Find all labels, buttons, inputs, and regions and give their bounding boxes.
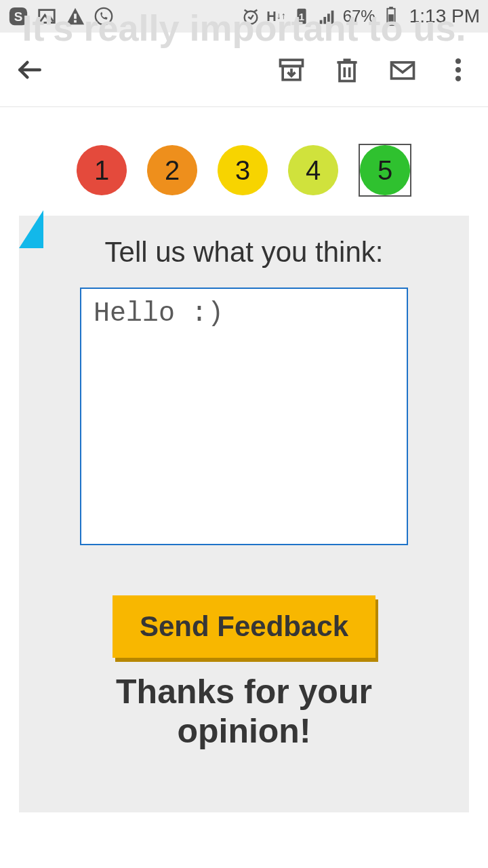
app-toolbar <box>0 33 488 107</box>
warning-icon <box>65 6 85 26</box>
thanks-message: Thanks for your opinion! <box>80 673 408 751</box>
archive-button[interactable] <box>272 51 310 89</box>
battery-percent: 67% <box>343 7 375 26</box>
rating-option-2[interactable]: 2 <box>147 145 197 195</box>
svg-rect-23 <box>340 62 354 81</box>
svg-point-31 <box>455 76 460 81</box>
svg-rect-17 <box>389 7 393 9</box>
card-corner-accent <box>19 210 43 248</box>
sim-icon: 1 <box>291 6 312 26</box>
rating-option-3[interactable]: 3 <box>218 145 268 195</box>
svg-point-30 <box>455 67 460 72</box>
viber-icon <box>94 6 114 26</box>
svg-rect-12 <box>319 20 322 24</box>
rating-option-1[interactable]: 1 <box>77 145 127 195</box>
mail-button[interactable] <box>384 51 422 89</box>
feedback-card: Tell us what you think: Send Feedback Th… <box>19 216 469 812</box>
image-icon <box>37 6 57 26</box>
svg-line-9 <box>254 10 258 12</box>
delete-button[interactable] <box>328 51 366 89</box>
network-label: H <box>266 11 276 22</box>
status-bar: S H↓↑ 1 67% 1:13 PM <box>0 0 488 33</box>
rating-selector: 12345 <box>0 144 488 197</box>
svg-text:S: S <box>14 9 23 24</box>
overflow-menu-button[interactable] <box>439 51 477 89</box>
rating-option-4[interactable]: 4 <box>288 145 338 195</box>
skype-icon: S <box>8 6 28 26</box>
svg-rect-18 <box>388 14 394 24</box>
svg-rect-15 <box>331 11 333 24</box>
rating-option-selected[interactable]: 5 <box>359 144 411 197</box>
feedback-prompt: Tell us what you think: <box>80 236 408 269</box>
svg-rect-13 <box>323 17 326 24</box>
feedback-textarea[interactable] <box>80 288 408 545</box>
svg-point-29 <box>455 58 460 63</box>
rating-option-5[interactable]: 5 <box>360 145 410 195</box>
clock: 1:13 PM <box>409 5 480 27</box>
svg-rect-14 <box>327 14 330 24</box>
svg-point-6 <box>96 8 112 24</box>
signal-icon <box>317 6 338 26</box>
data-h-icon: H↓↑ <box>266 6 285 26</box>
back-button[interactable] <box>11 51 49 89</box>
svg-text:1: 1 <box>299 11 304 22</box>
battery-icon <box>381 6 401 26</box>
svg-line-8 <box>245 10 248 12</box>
svg-rect-5 <box>74 20 77 23</box>
svg-rect-4 <box>74 14 77 19</box>
send-feedback-button[interactable]: Send Feedback <box>113 595 375 658</box>
alarm-icon <box>241 6 261 26</box>
